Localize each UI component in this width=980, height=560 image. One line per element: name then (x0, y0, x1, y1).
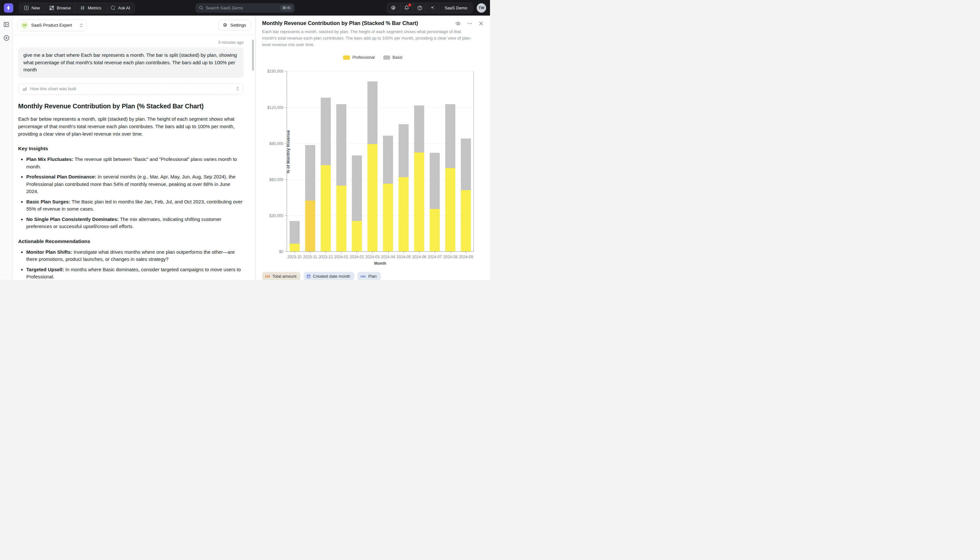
y-tick-mark (285, 252, 287, 252)
gridline (287, 71, 474, 72)
user-avatar[interactable]: TW (477, 3, 486, 13)
y-tick-label: $120,000 (267, 105, 283, 110)
chat-header: SP SaaS Product Expert Settings (13, 15, 255, 35)
app-logo[interactable] (4, 3, 13, 13)
bar-segment-basic[interactable] (399, 124, 409, 177)
close-icon[interactable] (478, 21, 483, 26)
nav-ask-ai-label: Ask AI (118, 5, 130, 10)
bar-segment-basic[interactable] (336, 104, 346, 185)
chat-message-area[interactable]: 3 minutes ago give me a bar chart where … (13, 35, 255, 280)
bar-2023-10[interactable] (290, 221, 300, 252)
x-axis-line (286, 252, 474, 252)
chat-sparkle-icon (111, 5, 115, 10)
topnav-icon-group: SaaS Demo (387, 3, 473, 13)
search-shortcut-badge: ⌘+K (280, 5, 293, 11)
how-chart-built-toggle[interactable]: How this chart was built (18, 83, 244, 94)
left-rail (0, 15, 13, 280)
ai-assistant-button[interactable] (426, 3, 439, 13)
bar-2024-08[interactable] (445, 104, 455, 252)
eye-icon[interactable] (455, 21, 461, 26)
bar-segment-professional[interactable] (399, 177, 409, 252)
agent-name: SaaS Product Expert (31, 23, 72, 28)
insights-heading: Key Insights (18, 146, 244, 152)
chat-panel: SP SaaS Product Expert Settings 3 minute… (13, 15, 256, 280)
bar-segment-basic[interactable] (461, 138, 471, 190)
y-tick-mark (285, 71, 287, 72)
agent-select[interactable]: SP SaaS Product Expert (18, 20, 86, 31)
bar-segment-professional[interactable] (321, 165, 331, 252)
chat-settings-button[interactable]: Settings (218, 20, 251, 30)
bar-segment-professional[interactable] (461, 190, 471, 252)
bar-segment-professional[interactable] (445, 168, 455, 252)
bar-2024-03[interactable] (367, 82, 377, 252)
workspace-menu[interactable]: SaaS Demo (439, 3, 472, 13)
x-tick-label: 2024-02 (350, 255, 364, 259)
more-options-icon[interactable] (467, 21, 472, 26)
y-axis-line (287, 72, 287, 252)
x-tick-mark (341, 252, 342, 253)
toggle-sidebar-button[interactable] (3, 22, 9, 28)
right-spine (473, 72, 474, 252)
list-item: Basic Plan Surges: The Basic plan led in… (26, 198, 244, 213)
y-tick-label: $150,000 (267, 69, 283, 73)
legend-item-basic[interactable]: Basic (383, 55, 403, 60)
bar-2023-12[interactable] (321, 98, 331, 252)
bar-segment-professional[interactable] (414, 152, 424, 252)
x-tick-label: 2023-11 (303, 255, 317, 259)
field-tag-label: Created date month (313, 274, 350, 279)
bar-segment-basic[interactable] (430, 153, 440, 208)
bar-segment-professional[interactable] (336, 186, 346, 252)
recommendations-list: Monitor Plan Shifts: Investigate what dr… (26, 248, 244, 280)
legend-label: Professional (352, 55, 375, 60)
field-tag-created-date-month[interactable]: Created date month (304, 272, 354, 280)
bar-segment-professional[interactable] (305, 200, 315, 252)
bar-2024-04[interactable] (383, 136, 393, 252)
legend-item-professional[interactable]: Professional (343, 55, 375, 60)
nav-browse-button[interactable]: Browse (45, 3, 75, 13)
bar-segment-basic[interactable] (367, 82, 377, 144)
bar-segment-professional[interactable] (367, 144, 377, 252)
bar-2023-11[interactable] (305, 145, 315, 252)
chevron-updown-icon (80, 23, 83, 28)
chart-line-icon (22, 86, 27, 91)
bar-segment-basic[interactable] (321, 98, 331, 165)
bar-segment-basic[interactable] (305, 145, 315, 200)
bar-segment-basic[interactable] (290, 221, 300, 244)
bar-segment-basic[interactable] (352, 155, 362, 221)
x-tick-mark (419, 252, 420, 253)
bar-segment-basic[interactable] (383, 136, 393, 183)
x-tick-label: 2024-09 (459, 255, 473, 259)
nav-browse-label: Browse (57, 5, 71, 10)
bar-segment-professional[interactable] (430, 209, 440, 252)
bar-segment-professional[interactable] (383, 183, 393, 252)
bar-2024-07[interactable] (430, 153, 440, 252)
field-tag-plan[interactable]: Abc Plan (357, 272, 381, 280)
help-button[interactable] (413, 3, 426, 13)
search-placeholder: Search SaaS Demo (206, 5, 277, 10)
bar-2024-09[interactable] (461, 138, 471, 252)
x-tick-label: 2024-04 (381, 255, 395, 259)
bar-segment-basic[interactable] (445, 104, 455, 168)
primary-nav: New Browse Metrics Ask AI (19, 3, 135, 13)
bar-segment-basic[interactable] (414, 105, 424, 152)
field-tag-total-amount[interactable]: 123 Total amount (262, 272, 300, 280)
new-thread-button[interactable] (3, 35, 10, 41)
notifications-button[interactable] (400, 3, 413, 13)
settings-gear-button[interactable] (387, 3, 400, 13)
bar-2024-02[interactable] (352, 155, 362, 252)
text-field-icon: Abc (360, 275, 366, 278)
nav-metrics-label: Metrics (88, 5, 101, 10)
chat-scrollbar[interactable] (252, 40, 254, 71)
bar-2024-01[interactable] (336, 104, 346, 252)
nav-metrics-button[interactable]: Metrics (75, 3, 106, 13)
assistant-response: Monthly Revenue Contribution by Plan (% … (18, 103, 244, 280)
y-tick-label: $30,000 (269, 213, 283, 218)
global-search-input[interactable]: Search SaaS Demo ⌘+K (196, 3, 295, 13)
chart-panel-description: Each bar represents a month, stacked by … (262, 28, 473, 48)
bar-segment-professional[interactable] (290, 244, 300, 252)
bar-2024-05[interactable] (399, 124, 409, 252)
nav-new-button[interactable]: New (20, 3, 45, 13)
bar-segment-professional[interactable] (352, 221, 362, 252)
bar-2024-06[interactable] (414, 105, 424, 252)
nav-ask-ai-button[interactable]: Ask AI (106, 3, 135, 13)
